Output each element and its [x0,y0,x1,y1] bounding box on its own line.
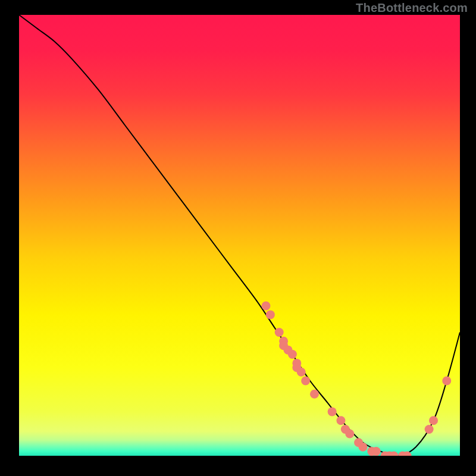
data-point [429,416,438,425]
data-point [301,377,310,386]
data-point [288,350,297,359]
data-point [345,429,354,438]
data-point [336,416,345,425]
watermark-text: TheBottleneck.com [356,1,468,15]
data-point [425,425,434,434]
data-point [372,447,381,456]
data-point [297,368,306,377]
data-point [266,310,275,319]
chart-container: TheBottleneck.com [0,0,476,476]
data-point [310,390,319,399]
data-point [442,377,451,386]
data-point [275,328,284,337]
plot-background [19,15,460,456]
bottleneck-chart [0,0,476,476]
data-point [261,302,270,311]
data-point [328,407,337,416]
data-point [358,443,367,452]
